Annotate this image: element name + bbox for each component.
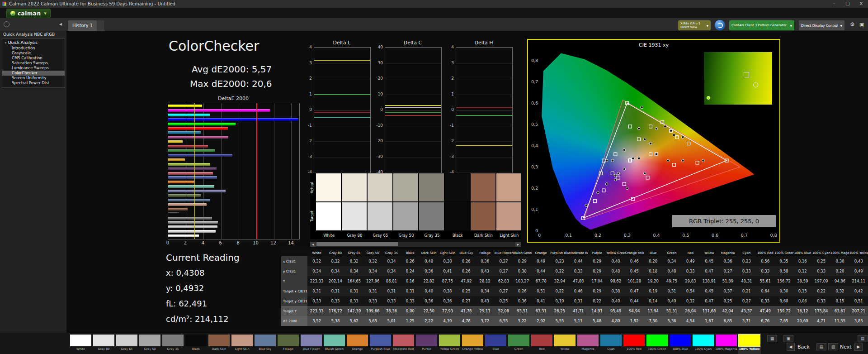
table-col-gray-50: Gray 50 xyxy=(363,251,382,255)
table-col-light-skin: Light Skin xyxy=(438,251,457,255)
actual-swatch-dark-skin xyxy=(471,173,495,201)
next-arrow-icon[interactable]: ▶ xyxy=(854,343,863,351)
strip-patch-blue-flower[interactable]: Blue Flower xyxy=(300,333,323,354)
strip-patch-yellow-green[interactable]: Yellow Green xyxy=(438,333,461,354)
tab-history-1[interactable]: History 1 xyxy=(68,20,97,31)
notes-icon[interactable]: ▥ xyxy=(828,343,838,350)
sidebar-item-grayscale[interactable]: Grayscale xyxy=(2,51,65,56)
meter-status-icon[interactable] xyxy=(715,20,725,30)
strip-patch-gray-65[interactable]: Gray 65 xyxy=(115,333,138,354)
strip-patch-100-magenta[interactable]: 100% Magenta xyxy=(715,333,738,354)
deltae-bar-yellow xyxy=(168,140,183,143)
table-cell: 0,31 xyxy=(569,299,588,303)
table-cell: 0,23 xyxy=(550,259,569,263)
sidebar-collapse-icon[interactable]: ◀ xyxy=(59,22,62,26)
grid-line xyxy=(456,79,512,79)
strip-patch-moderate-red[interactable]: Moderate Red xyxy=(392,333,415,354)
table-cell: 0,25 xyxy=(718,299,737,303)
pattern-window-icon[interactable]: ▦ xyxy=(767,335,777,342)
sidebar-item-colorchecker[interactable]: ColorChecker xyxy=(2,71,65,76)
strip-patch-gray-80[interactable]: Gray 80 xyxy=(92,333,115,354)
strip-patch-blue[interactable]: Blue xyxy=(484,333,507,354)
close-button[interactable]: × xyxy=(854,0,868,8)
scroll-right-icon[interactable]: ▶ xyxy=(515,242,521,247)
strip-patch-black[interactable]: Black xyxy=(184,333,208,354)
delta-h-y-tick: -3 xyxy=(444,154,454,159)
table-cell: 0,34 xyxy=(363,269,382,273)
table-cell: 77,93 xyxy=(438,309,457,313)
target-swatch-gray-35 xyxy=(419,202,444,230)
strip-patch-white[interactable]: White xyxy=(69,333,92,354)
strip-patch-foliage[interactable]: Foliage xyxy=(277,333,300,354)
sidebar-item-spectral-power-dist[interactable]: Spectral Power Dist. xyxy=(2,81,65,86)
cie-measured-point xyxy=(664,125,667,128)
strip-patch-100-blue[interactable]: 100% Blue xyxy=(669,333,692,354)
meter-dropdown[interactable]: X-Rite i1Pro 3 Direct View ▼ xyxy=(678,20,711,30)
minimize-button[interactable]: – xyxy=(827,0,841,8)
table-cell: 51,31 xyxy=(662,309,681,313)
reports-icon[interactable]: ▤ xyxy=(858,335,868,342)
strip-patch-blue-sky[interactable]: Blue Sky xyxy=(254,333,277,354)
sidebar-item-saturation-sweeps[interactable]: Saturation Sweeps xyxy=(2,61,65,66)
scroll-left-icon[interactable]: ◀ xyxy=(310,242,316,247)
strip-patch-dark-skin[interactable]: Dark Skin xyxy=(208,333,231,354)
sidebar-item-introduction[interactable]: Introduction xyxy=(2,46,65,51)
swatch-scrollbar[interactable]: ◀ ▶ xyxy=(310,242,521,247)
table-cell: 0,49 xyxy=(606,299,625,303)
table-cell: 202,14 xyxy=(326,279,344,283)
strip-patch-orange[interactable]: Orange xyxy=(346,333,369,354)
sidebar: Quick Analysis NBC sRGB ▾Quick Analysis … xyxy=(0,31,66,333)
deltae-bar-bluish-green xyxy=(168,185,214,188)
strip-swatch xyxy=(716,335,737,346)
tab-stub[interactable] xyxy=(97,20,104,31)
strip-patch-red[interactable]: Red xyxy=(530,333,553,354)
current-reading-x: x: 0,4308 xyxy=(166,268,204,277)
strip-patch-bluish-green[interactable]: Bluish Green xyxy=(323,333,346,354)
strip-patch-orange-yellow[interactable]: Orange Yellow xyxy=(461,333,484,354)
capture-icon[interactable]: ▤ xyxy=(816,343,826,350)
workflow-menu-icon[interactable] xyxy=(4,21,9,27)
table-cell: 0,33 xyxy=(681,269,700,273)
calman-logo-menu[interactable]: calman ▼ xyxy=(6,9,51,18)
table-cell: 0,47 xyxy=(700,299,718,303)
target-swatch-white xyxy=(316,202,341,230)
display-control-dropdown[interactable]: Direct Display Control ▼ xyxy=(799,20,844,30)
next-button[interactable]: Next xyxy=(840,344,852,350)
swatch-label: Dark Skin xyxy=(471,232,496,239)
strip-patch-magenta[interactable]: Magenta xyxy=(576,333,599,354)
strip-patch-100-red[interactable]: 100% Red xyxy=(623,333,646,354)
maximize-button[interactable]: □ xyxy=(841,0,854,8)
strip-patch-label: Red xyxy=(530,347,553,351)
gear-icon[interactable]: ⚙ xyxy=(850,21,855,28)
sidebar-root-quick-analysis[interactable]: ▾Quick Analysis xyxy=(2,39,65,46)
strip-patch-cyan[interactable]: Cyan xyxy=(599,333,623,354)
strip-patch-green[interactable]: Green xyxy=(507,333,530,354)
deltae-bar-blue-flower xyxy=(168,190,226,192)
layout-icon[interactable]: ▣ xyxy=(783,335,793,342)
workflow-title: Quick Analysis NBC sRGB xyxy=(3,32,55,37)
pattern-generator-dropdown[interactable]: CalMAN Client 3 Pattern Generator ▼ xyxy=(729,20,794,30)
table-cell: 0,20 xyxy=(830,269,849,273)
back-button[interactable]: Back xyxy=(797,344,810,350)
sidebar-item-cms-calibration[interactable]: CMS Calibration xyxy=(2,56,65,61)
strip-patch-purple[interactable]: Purple xyxy=(415,333,438,354)
back-arrow-icon[interactable]: ◀ xyxy=(787,343,795,351)
table-cell: 0,34 xyxy=(382,259,401,263)
strip-patch-light-skin[interactable]: Light Skin xyxy=(231,333,254,354)
sidebar-item-screen-uniformity[interactable]: Screen Uniformity xyxy=(2,76,65,81)
strip-patch-gray-50[interactable]: Gray 50 xyxy=(138,333,161,354)
strip-patch-100-cyan[interactable]: 100% Cyan xyxy=(692,333,715,354)
table-cell: 4,80 xyxy=(606,319,625,323)
scrollbar-thumb[interactable] xyxy=(316,242,398,246)
table-cell: 0,32 xyxy=(830,289,849,293)
strip-patch-yellow[interactable]: Yellow xyxy=(553,333,576,354)
table-cell: 0,29 xyxy=(588,269,606,273)
strip-patch-100-green[interactable]: 100% Green xyxy=(646,333,669,354)
table-cell: 0,58 xyxy=(774,269,793,273)
panel-icon[interactable]: ▣ xyxy=(859,22,864,28)
strip-patch-purplish-blue[interactable]: Purplish Blue xyxy=(369,333,392,354)
sidebar-item-luminance-sweeps[interactable]: Luminance Sweeps xyxy=(2,66,65,71)
delta-l-y-tick: 1 xyxy=(302,92,312,96)
strip-patch-gray-35[interactable]: Gray 35 xyxy=(161,333,184,354)
strip-patch-100-yellow[interactable]: 100% Yellow xyxy=(738,333,761,354)
